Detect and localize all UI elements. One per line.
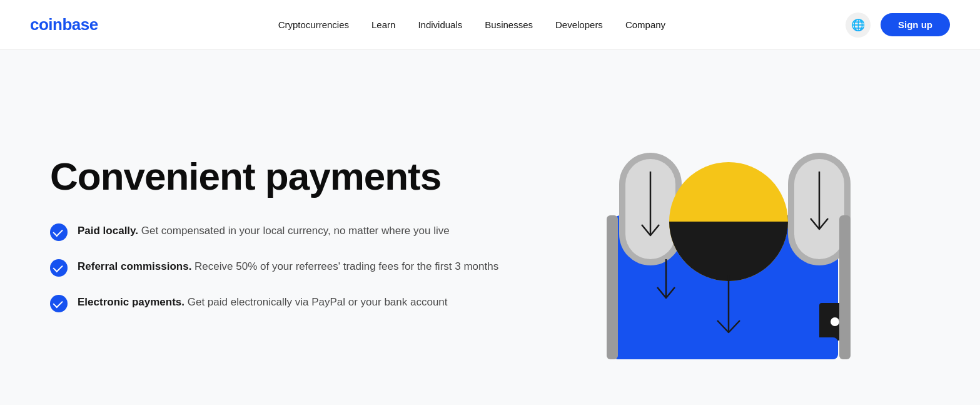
- feature-text: Referral commissions. Receive 50% of you…: [78, 259, 498, 275]
- nav-learn[interactable]: Learn: [371, 19, 395, 30]
- svg-point-11: [831, 317, 839, 326]
- feature-description: Get paid electronically via PayPal or yo…: [188, 296, 448, 308]
- feature-description: Get compensated in your local currency, …: [141, 225, 450, 237]
- list-item: Referral commissions. Receive 50% of you…: [50, 259, 509, 277]
- feature-text: Electronic payments. Get paid electronic…: [78, 294, 448, 310]
- feature-bold: Electronic payments.: [78, 296, 184, 308]
- check-icon: [50, 295, 68, 312]
- list-item: Paid locally. Get compensated in your lo…: [50, 223, 509, 241]
- svg-rect-12: [613, 337, 838, 359]
- nav-businesses[interactable]: Businesses: [485, 19, 533, 30]
- language-selector[interactable]: 🌐: [846, 13, 871, 38]
- feature-bold: Paid locally.: [78, 225, 138, 237]
- site-header: coinbase Cryptocurrencies Learn Individu…: [0, 0, 980, 50]
- nav-cryptocurrencies[interactable]: Cryptocurrencies: [278, 19, 349, 30]
- logo[interactable]: coinbase: [30, 15, 98, 34]
- illustration: [534, 90, 930, 378]
- payments-illustration: [569, 90, 894, 378]
- nav-individuals[interactable]: Individuals: [418, 19, 462, 30]
- feature-text: Paid locally. Get compensated in your lo…: [78, 223, 450, 239]
- check-icon: [50, 223, 68, 241]
- page-title: Convenient payments: [50, 155, 509, 198]
- nav-company[interactable]: Company: [625, 19, 665, 30]
- check-icon: [50, 259, 68, 277]
- svg-rect-14: [839, 215, 851, 359]
- header-actions: 🌐 Sign up: [846, 13, 950, 38]
- signup-button[interactable]: Sign up: [881, 13, 950, 36]
- features-list: Paid locally. Get compensated in your lo…: [50, 223, 509, 312]
- main-nav: Cryptocurrencies Learn Individuals Busin…: [278, 19, 665, 30]
- main-content: Convenient payments Paid locally. Get co…: [0, 50, 980, 405]
- content-left: Convenient payments Paid locally. Get co…: [50, 155, 534, 312]
- feature-bold: Referral commissions.: [78, 260, 191, 272]
- svg-rect-13: [607, 215, 618, 359]
- feature-description: Receive 50% of your referrees' trading f…: [194, 260, 498, 272]
- list-item: Electronic payments. Get paid electronic…: [50, 294, 509, 312]
- nav-developers[interactable]: Developers: [555, 19, 603, 30]
